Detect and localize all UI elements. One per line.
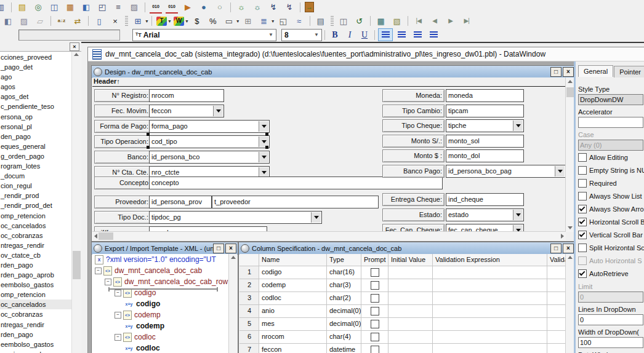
edit-source-icon[interactable]: 010 — [150, 1, 162, 14]
field-label[interactable]: Moneda: — [382, 89, 445, 102]
list-item[interactable]: eembolso_gastos — [0, 339, 71, 349]
maximize-button[interactable]: □ — [213, 244, 224, 253]
table-cell[interactable]: decimal(0) — [327, 305, 361, 317]
field-id_persona_prov[interactable]: id_persona_prov — [149, 196, 212, 208]
case-select[interactable]: Any (0) — [578, 140, 643, 151]
field-forma_pago[interactable]: forma_pago — [149, 120, 270, 133]
selection-handle[interactable] — [147, 146, 150, 149]
table-cell[interactable] — [433, 292, 547, 304]
dropdown-caret-icon[interactable]: ▼ — [167, 19, 172, 23]
table-cell[interactable]: decimal(0) — [327, 318, 361, 330]
table-cell[interactable]: nrocom — [259, 331, 327, 343]
data-pipeline-icon[interactable]: ▶ — [182, 2, 194, 13]
style-type-select[interactable]: DropDownDW — [578, 94, 643, 105]
field-monto_sol[interactable]: monto_sol — [446, 135, 524, 148]
prompt-checkbox[interactable] — [371, 294, 379, 303]
scroll-left-icon[interactable] — [94, 234, 97, 239]
run-icon[interactable]: ↯ — [267, 2, 280, 13]
foreground-color-icon[interactable]: T — [156, 17, 167, 26]
prior-row-icon[interactable]: ◀ — [429, 15, 441, 26]
checkbox-empty-string-is-nu[interactable]: Empty String is NU — [578, 164, 644, 177]
table-cell[interactable] — [433, 279, 547, 292]
table-cell[interactable] — [433, 318, 547, 330]
list-item[interactable]: omp_retencion — [0, 211, 71, 221]
scroll-down-icon[interactable] — [568, 226, 573, 229]
design-canvas[interactable]: Header↑ N° Registro:nrocomFec. Movim.fec… — [92, 77, 566, 232]
field-id_persona_bco[interactable]: id_persona_bco — [149, 151, 270, 164]
band-divider[interactable] — [92, 86, 566, 87]
field-label[interactable]: Monto $ : — [382, 149, 445, 162]
prompt-cell[interactable] — [361, 344, 388, 353]
insert-control-icon[interactable]: ⊞ — [132, 15, 144, 26]
currency-icon[interactable]: $ — [191, 15, 203, 26]
checkbox-horizontal-scroll-b[interactable]: Horizontal Scroll B — [578, 215, 644, 228]
field-label[interactable]: Tipo Cambio: — [382, 105, 445, 117]
checkbox-auto-horizontal-s[interactable]: Auto Horizontal S — [578, 254, 644, 267]
tree-node[interactable]: −<>codloc — [92, 331, 229, 343]
lines-in-dropdown-input[interactable]: 0 — [578, 314, 643, 325]
table-cell[interactable] — [388, 344, 433, 353]
collapse-icon[interactable]: − — [105, 279, 111, 285]
align-right-button[interactable] — [410, 28, 425, 41]
field-concepto[interactable]: concepto — [149, 177, 443, 189]
first-row-icon[interactable]: |◀ — [413, 15, 425, 26]
dropdown-button[interactable] — [259, 121, 268, 132]
dropdown-button[interactable] — [513, 210, 523, 220]
table-cell[interactable]: datetime — [327, 344, 361, 353]
toolbar-grip[interactable] — [125, 16, 128, 26]
tree-scrollbar[interactable] — [228, 254, 237, 353]
tree-node[interactable]: x+ycodemp — [92, 320, 229, 331]
field-label[interactable]: Tipo Doc.: — [94, 211, 151, 224]
table-cell[interactable] — [547, 331, 566, 343]
new-object-icon[interactable]: ▤ — [16, 2, 28, 13]
table-row[interactable]: 2codempchar(3) — [239, 279, 566, 292]
field-estado[interactable]: estado — [446, 208, 524, 221]
scrollbar-thumb[interactable] — [73, 251, 81, 279]
list-item[interactable]: rden_pago_aprob — [0, 270, 71, 280]
table-cell[interactable]: char(2) — [327, 292, 361, 304]
prompt-checkbox[interactable] — [371, 307, 379, 315]
table-row[interactable]: 3codlocchar(2) — [239, 292, 566, 305]
sort-icon[interactable]: a↓z — [55, 15, 68, 26]
list-item[interactable]: rogram_lotes — [0, 161, 71, 171]
prompt-checkbox[interactable] — [371, 268, 379, 277]
table-cell[interactable] — [547, 292, 566, 304]
next-row-icon[interactable]: ▶ — [445, 15, 457, 26]
list-item[interactable]: _pago_det — [0, 62, 71, 72]
field-label[interactable]: Tipo Operacion: — [94, 135, 151, 148]
dropdown-button[interactable] — [213, 106, 223, 116]
scroll-up-icon[interactable] — [568, 256, 573, 259]
field-t_proveedor[interactable]: t_proveedor — [212, 196, 379, 208]
field-monto_dol[interactable]: monto_dol — [446, 149, 524, 162]
field-label[interactable]: Proveedor: — [94, 196, 151, 208]
font-size-select[interactable]: 8 ▼ — [281, 29, 322, 41]
prompt-cell[interactable] — [361, 279, 388, 292]
table-cell[interactable] — [388, 279, 433, 292]
align-left-button[interactable] — [378, 28, 393, 41]
list-item[interactable]: den_pago — [0, 132, 71, 141]
width-of-dropdown-input[interactable]: 100 — [578, 337, 643, 348]
list-item[interactable]: _rendir_prod_det — [0, 200, 71, 210]
maximize-button[interactable]: □ — [550, 244, 561, 253]
table-cell[interactable] — [547, 279, 566, 292]
spacing-icon[interactable]: ≈ — [293, 15, 305, 26]
paste-item-icon[interactable]: ▨ — [18, 15, 30, 26]
field-id_persona_bco_pag[interactable]: id_persona_bco_pag — [446, 165, 566, 178]
table-cell[interactable]: anio — [259, 305, 327, 317]
list-item[interactable]: rden_pago — [0, 260, 71, 270]
table-cell[interactable] — [547, 266, 566, 279]
field-label[interactable]: Forma de Pago: — [94, 120, 151, 133]
field-label[interactable]: Tipo Cheque: — [382, 119, 445, 132]
collapse-icon[interactable]: − — [115, 312, 121, 319]
table-cell[interactable] — [388, 318, 433, 330]
dropdown-caret-icon[interactable]: ▼ — [271, 19, 275, 23]
scroll-right-icon[interactable] — [561, 234, 564, 239]
db-extract-icon[interactable]: ○ — [214, 2, 226, 13]
align-justify-button[interactable] — [426, 28, 441, 41]
copy-item-icon[interactable]: ◧ — [2, 15, 14, 26]
list-item[interactable]: ersona_op — [0, 112, 71, 122]
selection-handle[interactable] — [265, 146, 268, 149]
selection-handle[interactable] — [265, 133, 268, 136]
table-row[interactable]: 1codigochar(16) — [239, 266, 566, 279]
list-item[interactable]: eques_general — [0, 141, 71, 151]
